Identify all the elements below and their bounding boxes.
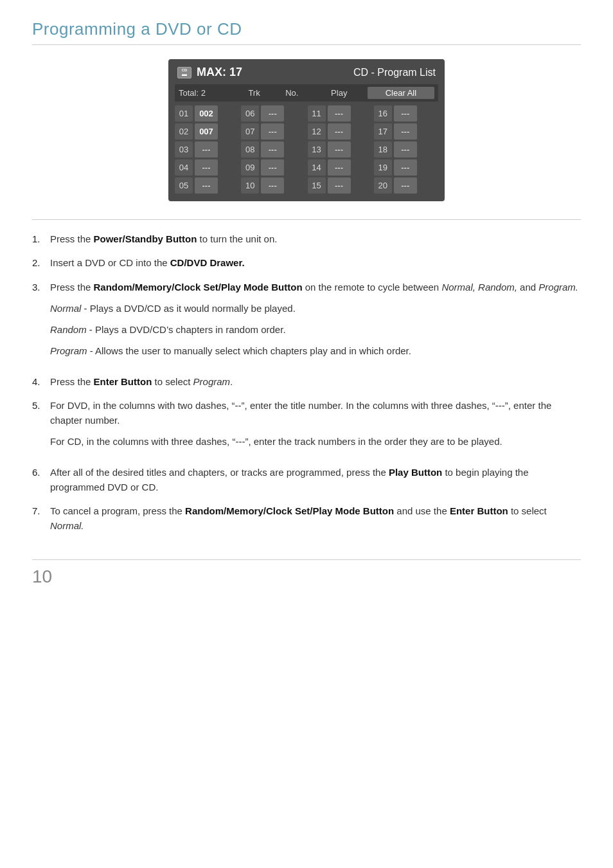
cell-num: 03 bbox=[175, 141, 193, 158]
cell-num: 01 bbox=[175, 105, 193, 122]
cell-num: 02 bbox=[175, 123, 193, 140]
table-row: 01 002 06 --- 11 --- 16 --- bbox=[175, 105, 438, 122]
cell-num: 10 bbox=[241, 177, 259, 194]
table-row: 04 --- 09 --- 14 --- 19 --- bbox=[175, 159, 438, 176]
cd-no-label: No. bbox=[273, 88, 311, 98]
bold-text: Random/Memory/Clock Set/Play Mode Button bbox=[94, 282, 303, 293]
cell-num: 05 bbox=[175, 177, 193, 194]
cell-val[interactable]: --- bbox=[394, 159, 417, 176]
step-content: Press the Power/Standby Button to turn t… bbox=[50, 231, 581, 246]
cell-val[interactable]: --- bbox=[394, 105, 417, 122]
cd-subheader: Total: 2 Trk No. Play Clear All bbox=[175, 84, 438, 102]
cell-val[interactable]: --- bbox=[195, 177, 218, 194]
cell-num: 09 bbox=[241, 159, 259, 176]
cell-val[interactable]: --- bbox=[394, 177, 417, 194]
step-number: 4. bbox=[32, 374, 50, 389]
cd-icon: CD ▬ bbox=[177, 67, 191, 78]
cd-max-label: MAX: 17 bbox=[197, 66, 242, 79]
bold-text: Random/Memory/Clock Set/Play Mode Button bbox=[185, 505, 394, 516]
step-content: Insert a DVD or CD into the CD/DVD Drawe… bbox=[50, 255, 581, 270]
cell-val[interactable]: --- bbox=[328, 159, 351, 176]
instruction-1: 1. Press the Power/Standby Button to tur… bbox=[32, 231, 581, 246]
cell-num: 11 bbox=[308, 105, 326, 122]
cell-val[interactable]: --- bbox=[328, 105, 351, 122]
step-number: 7. bbox=[32, 503, 50, 534]
instructions-section: 1. Press the Power/Standby Button to tur… bbox=[32, 219, 581, 534]
cell-num: 18 bbox=[374, 141, 392, 158]
instruction-5: 5. For DVD, in the columns with two dash… bbox=[32, 398, 581, 456]
cell-val[interactable]: 007 bbox=[195, 123, 218, 140]
step-number: 2. bbox=[32, 255, 50, 270]
step-5-sub: For CD, in the columns with three dashes… bbox=[50, 434, 581, 449]
cd-grid: 01 002 06 --- 11 --- 16 --- bbox=[175, 105, 438, 194]
cell-num: 07 bbox=[241, 123, 259, 140]
cell-val[interactable]: --- bbox=[261, 177, 284, 194]
cell-num: 19 bbox=[374, 159, 392, 176]
cell-num: 13 bbox=[308, 141, 326, 158]
page-number: 10 bbox=[32, 566, 52, 586]
instruction-7: 7. To cancel a program, press the Random… bbox=[32, 503, 581, 534]
cell-num: 08 bbox=[241, 141, 259, 158]
cell-num: 06 bbox=[241, 105, 259, 122]
instruction-4: 4. Press the Enter Button to select Prog… bbox=[32, 374, 581, 389]
cd-display: CD ▬ MAX: 17 CD - Program List Total: 2 … bbox=[168, 59, 445, 201]
step-number: 1. bbox=[32, 231, 50, 246]
table-row: 03 --- 08 --- 13 --- 18 --- bbox=[175, 141, 438, 158]
cd-display-wrapper: CD ▬ MAX: 17 CD - Program List Total: 2 … bbox=[32, 59, 581, 201]
cell-num: 12 bbox=[308, 123, 326, 140]
bold-text: Enter Button bbox=[94, 376, 152, 387]
cell-val[interactable]: --- bbox=[328, 123, 351, 140]
sub-item-program: Program - Allows the user to manually se… bbox=[50, 343, 581, 358]
cell-val[interactable]: --- bbox=[261, 141, 284, 158]
bold-text: CD/DVD Drawer. bbox=[170, 257, 245, 268]
instruction-2: 2. Insert a DVD or CD into the CD/DVD Dr… bbox=[32, 255, 581, 270]
cell-val[interactable]: --- bbox=[394, 123, 417, 140]
cd-clear-all-button[interactable]: Clear All bbox=[368, 87, 434, 99]
cell-num: 04 bbox=[175, 159, 193, 176]
cell-val[interactable]: --- bbox=[261, 159, 284, 176]
cell-val[interactable]: --- bbox=[328, 141, 351, 158]
cell-num: 17 bbox=[374, 123, 392, 140]
italic-text: Program bbox=[193, 376, 231, 387]
cd-trk-label: Trk bbox=[235, 88, 273, 98]
step-content: Press the Enter Button to select Program… bbox=[50, 374, 581, 389]
cd-total: Total: 2 bbox=[179, 88, 235, 98]
cd-play-label: Play bbox=[311, 88, 368, 98]
sub-item-random: Random - Plays a DVD/CD’s chapters in ra… bbox=[50, 322, 581, 337]
step-content: For DVD, in the columns with two dashes,… bbox=[50, 398, 581, 456]
instruction-3: 3. Press the Random/Memory/Clock Set/Pla… bbox=[32, 280, 581, 365]
cell-num: 15 bbox=[308, 177, 326, 194]
cell-val[interactable]: --- bbox=[195, 159, 218, 176]
cell-val[interactable]: --- bbox=[328, 177, 351, 194]
cell-val[interactable]: --- bbox=[261, 105, 284, 122]
bold-text: Play Button bbox=[389, 467, 442, 478]
step-number: 6. bbox=[32, 465, 50, 495]
table-row: 05 --- 10 --- 15 --- 20 --- bbox=[175, 177, 438, 194]
table-row: 02 007 07 --- 12 --- 17 --- bbox=[175, 123, 438, 140]
bold-text: Power/Standby Button bbox=[94, 233, 197, 244]
instruction-6: 6. After all of the desired titles and c… bbox=[32, 465, 581, 495]
page-footer: 10 bbox=[32, 559, 581, 587]
sub-item-normal: Normal - Plays a DVD/CD as it would norm… bbox=[50, 301, 581, 316]
italic-text: Normal. bbox=[50, 520, 84, 531]
bold-text: Enter Button bbox=[450, 505, 508, 516]
cd-program-label: CD - Program List bbox=[353, 67, 436, 78]
cell-num: 14 bbox=[308, 159, 326, 176]
cell-val[interactable]: --- bbox=[394, 141, 417, 158]
sub-items: Normal - Plays a DVD/CD as it would norm… bbox=[50, 301, 581, 359]
cell-val[interactable]: --- bbox=[261, 123, 284, 140]
cd-header: CD ▬ MAX: 17 CD - Program List bbox=[175, 66, 438, 79]
cell-val[interactable]: --- bbox=[195, 141, 218, 158]
step-content: After all of the desired titles and chap… bbox=[50, 465, 581, 495]
step-content: Press the Random/Memory/Clock Set/Play M… bbox=[50, 280, 581, 365]
italic-text: Normal, Random, bbox=[441, 282, 517, 293]
italic-text: Program. bbox=[538, 282, 578, 293]
cell-val[interactable]: 002 bbox=[195, 105, 218, 122]
step-content: To cancel a program, press the Random/Me… bbox=[50, 503, 581, 534]
cell-num: 16 bbox=[374, 105, 392, 122]
cell-num: 20 bbox=[374, 177, 392, 194]
step-number: 5. bbox=[32, 398, 50, 456]
step-number: 3. bbox=[32, 280, 50, 365]
page-title: Programming a DVD or CD bbox=[32, 19, 581, 45]
